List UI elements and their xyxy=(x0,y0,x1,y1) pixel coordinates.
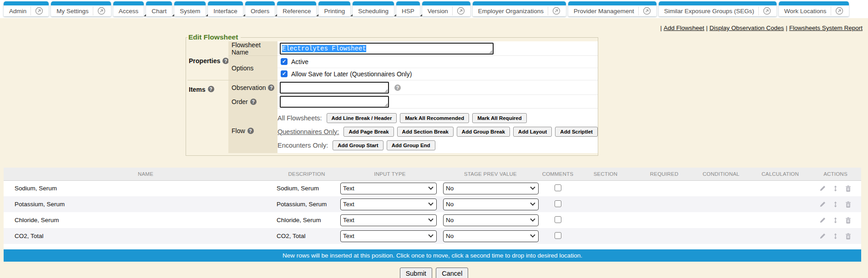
add-scriptlet-button[interactable]: Add Scriptlet xyxy=(555,127,598,137)
observation-input[interactable] xyxy=(280,82,389,94)
item-description: Potassium, Serum xyxy=(277,201,327,208)
tab-employer-organizations[interactable]: Employer Organizations xyxy=(473,1,566,16)
link-display-observation-codes[interactable]: Display Observation Codes xyxy=(710,25,784,31)
edit-pencil-icon[interactable] xyxy=(819,185,826,192)
column-header-input-type: INPUT TYPE xyxy=(337,168,439,180)
tab-label: Version xyxy=(428,8,448,15)
tab-provider-management[interactable]: Provider Management xyxy=(568,1,656,16)
open-new-window-icon xyxy=(35,7,43,15)
delete-trash-icon[interactable] xyxy=(845,185,852,192)
delete-trash-icon[interactable] xyxy=(845,201,852,208)
allow-save-checkbox[interactable] xyxy=(281,70,288,77)
chevron-down-icon xyxy=(428,200,433,205)
delete-trash-icon[interactable] xyxy=(845,233,852,240)
stage-prev-value-select[interactable]: No xyxy=(443,183,539,194)
move-vertical-icon[interactable] xyxy=(833,201,838,208)
submit-button[interactable]: Submit xyxy=(400,268,432,278)
link-flowsheets-system-report[interactable]: Flowsheets System Report xyxy=(789,25,863,31)
active-checkbox[interactable] xyxy=(281,58,288,65)
delete-trash-icon[interactable] xyxy=(845,217,852,224)
cancel-button[interactable]: Cancel xyxy=(436,268,468,278)
edit-pencil-icon[interactable] xyxy=(819,201,826,208)
order-input[interactable] xyxy=(280,96,389,108)
chevron-down-icon xyxy=(428,232,433,237)
help-icon[interactable]: ? xyxy=(268,84,274,91)
input-type-select[interactable]: Text xyxy=(340,230,437,242)
tab-label: Admin xyxy=(9,8,26,15)
tab-interface[interactable]: Interface xyxy=(208,1,243,16)
add-section-break-button[interactable]: Add Section Break xyxy=(397,127,454,137)
comments-checkbox[interactable] xyxy=(555,200,561,207)
add-layout-button[interactable]: Add Layout xyxy=(513,127,552,137)
comments-checkbox[interactable] xyxy=(555,216,561,223)
tab-work-locations[interactable]: Work Locations xyxy=(779,1,849,16)
tab-label: Employer Organizations xyxy=(478,8,544,15)
column-header-name: NAME xyxy=(4,168,277,180)
mark-all-required-button[interactable]: Mark All Required xyxy=(472,113,526,123)
tab-orders[interactable]: Orders xyxy=(245,1,275,16)
item-description: Sodium, Serum xyxy=(277,185,319,192)
tab-similar-exposure-groups-segs[interactable]: Similar Exposure Groups (SEGs) xyxy=(659,1,777,16)
flowsheet-name-input[interactable]: Electrolytes Flowsheet xyxy=(280,43,494,55)
add-page-break-button[interactable]: Add Page Break xyxy=(343,127,394,137)
input-type-select[interactable]: Text xyxy=(340,199,437,210)
tab-printing[interactable]: Printing xyxy=(318,1,350,16)
help-icon[interactable]: ? xyxy=(208,86,214,92)
tab-label: Orders xyxy=(251,8,269,15)
tab-label: My Settings xyxy=(56,8,89,15)
tab-label: Interface xyxy=(213,8,237,15)
edit-pencil-icon[interactable] xyxy=(819,233,826,239)
add-group-start-button[interactable]: Add Group Start xyxy=(333,140,383,150)
tab-chart[interactable]: Chart xyxy=(146,1,172,16)
column-header-required: REQUIRED xyxy=(637,168,691,180)
form-footer: Submit Cancel xyxy=(0,262,868,278)
tab-label: Similar Exposure Groups (SEGs) xyxy=(664,8,754,15)
tab-my-settings[interactable]: My Settings xyxy=(51,1,111,16)
input-type-select[interactable]: Text xyxy=(340,183,437,194)
help-icon[interactable]: ? xyxy=(247,128,254,134)
add-line-break-header-button[interactable]: Add Line Break / Header xyxy=(327,113,397,123)
tab-reference[interactable]: Reference xyxy=(277,1,316,16)
help-icon[interactable]: ? xyxy=(394,84,401,91)
tab-label: Work Locations xyxy=(784,8,827,15)
move-vertical-icon[interactable] xyxy=(833,233,838,240)
chevron-down-icon xyxy=(530,184,535,189)
tab-admin[interactable]: Admin xyxy=(4,1,49,16)
tab-access[interactable]: Access xyxy=(113,1,144,16)
edit-pencil-icon[interactable] xyxy=(819,217,826,223)
column-header-stage-prev-value: STAGE PREV VALUE xyxy=(439,168,541,180)
link-add-flowsheet[interactable]: Add Flowsheet xyxy=(664,25,704,31)
column-header-calculation: CALCULATION xyxy=(751,168,810,180)
tab-scheduling[interactable]: Scheduling xyxy=(353,1,394,16)
add-group-break-button[interactable]: Add Group Break xyxy=(457,127,510,137)
encounters-only-label: Encounters Only: xyxy=(278,142,328,149)
column-header-comments: COMMENTS xyxy=(541,168,574,180)
insert-position-bar[interactable]: New rows will be inserted at this positi… xyxy=(4,249,861,262)
properties-section-label: Properties ? xyxy=(187,41,228,80)
flow-label: Flow ? xyxy=(228,109,278,153)
tab-version[interactable]: Version xyxy=(422,1,470,16)
options-label: Options xyxy=(228,56,278,80)
mark-all-recommended-button[interactable]: Mark All Recommended xyxy=(400,113,469,123)
edit-flowsheet-legend: Edit Flowsheet xyxy=(187,33,241,41)
table-header-row: NAMEDESCRIPTIONINPUT TYPESTAGE PREV VALU… xyxy=(4,168,861,180)
item-name: Potassium, Serum xyxy=(15,201,65,208)
move-vertical-icon[interactable] xyxy=(833,185,838,192)
stage-prev-value-select[interactable]: No xyxy=(443,199,539,210)
comments-checkbox[interactable] xyxy=(555,184,561,191)
tab-divider xyxy=(638,6,639,15)
edit-flowsheet-fieldset: Edit Flowsheet Properties ? Flowsheet Na… xyxy=(186,33,598,156)
tab-system[interactable]: System xyxy=(174,1,206,16)
comments-checkbox[interactable] xyxy=(555,232,561,239)
tab-hsp[interactable]: HSP xyxy=(396,1,420,16)
add-group-end-button[interactable]: Add Group End xyxy=(387,140,435,150)
stage-prev-value-select[interactable]: No xyxy=(443,230,539,242)
tab-label: HSP xyxy=(402,8,414,15)
help-icon[interactable]: ? xyxy=(250,99,257,105)
flowsheet-name-label: Flowsheet Name xyxy=(228,41,278,56)
input-type-select[interactable]: Text xyxy=(340,214,437,226)
move-vertical-icon[interactable] xyxy=(833,217,838,224)
tab-accent-bar xyxy=(51,1,111,5)
tab-accent-bar xyxy=(396,1,420,5)
stage-prev-value-select[interactable]: No xyxy=(443,214,539,226)
